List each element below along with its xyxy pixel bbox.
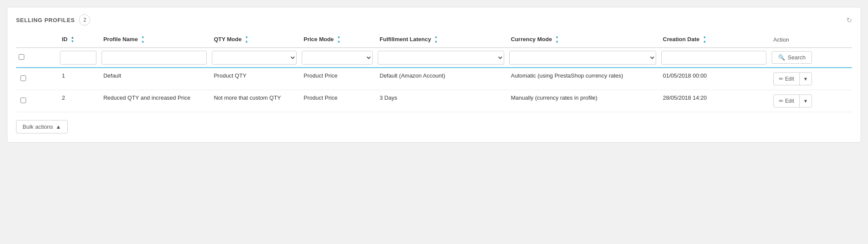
col-id-sort[interactable]: ▲ ▼	[71, 36, 74, 44]
filter-fulfillment-cell	[375, 48, 506, 68]
col-qty-sort[interactable]: ▼ ▲	[245, 36, 248, 44]
sort-up-icon[interactable]: ▲	[555, 40, 559, 44]
select-all-checkbox[interactable]	[19, 54, 24, 60]
row1-price-mode: Product Price	[299, 68, 375, 90]
filter-creation-input[interactable]	[661, 51, 767, 65]
row1-checkbox[interactable]	[20, 75, 26, 81]
row1-id: 1	[57, 68, 99, 90]
row2-qty-mode: Not more that custom QTY	[209, 90, 299, 112]
col-profile-label: Profile Name	[103, 36, 138, 42]
row2-pencil-icon: ✏	[779, 98, 783, 104]
row2-profile-name: Reduced QTY and increased Price	[99, 90, 210, 112]
filter-qty-cell	[209, 48, 299, 68]
col-creation-label: Creation Date	[663, 36, 700, 42]
col-header-currency[interactable]: Currency Mode ▼ ▲	[507, 33, 659, 48]
col-currency-sort[interactable]: ▼ ▲	[555, 36, 559, 44]
panel-title: SELLING PROFILES	[16, 17, 75, 23]
col-creation-sort[interactable]: ▼ ▲	[703, 36, 706, 44]
col-price-label: Price Mode	[304, 36, 333, 42]
row1-qty-mode: Product QTY	[209, 68, 299, 90]
row1-edit-label: Edit	[785, 76, 794, 82]
filter-creation-cell	[659, 48, 769, 68]
row1-checkbox-cell	[16, 68, 57, 90]
col-header-price-mode[interactable]: Price Mode ▼ ▲	[299, 33, 375, 48]
row2-edit-button[interactable]: ✏ Edit	[774, 96, 799, 106]
row1-action-cell: ✏ Edit ▼	[769, 68, 852, 90]
col-action-label: Action	[773, 36, 789, 43]
table-row: 2 Reduced QTY and increased Price Not mo…	[16, 90, 852, 112]
row2-creation-date: 28/05/2018 14:20	[659, 90, 769, 112]
filter-profile-cell	[99, 48, 210, 68]
row2-fulfillment: 3 Days	[375, 90, 506, 112]
bulk-actions-area: Bulk actions ▲	[16, 120, 852, 133]
row2-currency: Manually (currency rates in profile)	[507, 90, 659, 112]
bulk-actions-caret-icon: ▲	[56, 124, 61, 130]
row1-profile-name: Default	[99, 68, 210, 90]
row2-edit-label: Edit	[785, 98, 794, 104]
panel-header: SELLING PROFILES 2 ↻	[16, 14, 852, 26]
row1-edit-group: ✏ Edit ▼	[773, 72, 812, 85]
table-row: 1 Default Product QTY Product Price Defa…	[16, 68, 852, 90]
selling-profiles-table: ID ▲ ▼ Profile Name ▼ ▲	[16, 33, 852, 112]
row1-pencil-icon: ✏	[779, 76, 783, 82]
row2-checkbox-cell	[16, 90, 57, 112]
filter-id-input[interactable]	[60, 51, 96, 65]
sort-up-icon[interactable]: ▲	[703, 40, 706, 44]
col-header-checkbox	[16, 33, 57, 48]
col-fulfillment-label: Fulfillment Latency	[380, 36, 431, 42]
row2-price-mode: Product Price	[299, 90, 375, 112]
filter-row: 🔍 Search	[16, 48, 852, 68]
sort-up-icon[interactable]: ▲	[245, 40, 248, 44]
row2-action-cell: ✏ Edit ▼	[769, 90, 852, 112]
row2-edit-group: ✏ Edit ▼	[773, 94, 812, 107]
col-header-creation-date[interactable]: Creation Date ▼ ▲	[659, 33, 769, 48]
row1-creation-date: 01/05/2018 00:00	[659, 68, 769, 90]
col-header-qty-mode[interactable]: QTY Mode ▼ ▲	[209, 33, 299, 48]
search-icon: 🔍	[778, 54, 785, 61]
search-button[interactable]: 🔍 Search	[772, 51, 812, 64]
col-price-sort[interactable]: ▼ ▲	[337, 36, 340, 44]
page-wrapper: SELLING PROFILES 2 ↻ ID ▲ ▼ Pr	[0, 0, 868, 150]
row1-currency: Automatic (using PrestaShop currency rat…	[507, 68, 659, 90]
row1-edit-button[interactable]: ✏ Edit	[774, 74, 799, 84]
bulk-actions-label: Bulk actions	[23, 124, 53, 130]
sort-down-icon[interactable]: ▼	[71, 40, 74, 44]
col-fulfillment-sort[interactable]: ▼ ▲	[434, 36, 438, 44]
filter-price-cell	[299, 48, 375, 68]
refresh-icon[interactable]: ↻	[846, 16, 852, 24]
filter-qty-select[interactable]	[212, 51, 297, 65]
table-header-row: ID ▲ ▼ Profile Name ▼ ▲	[16, 33, 852, 48]
col-header-action: Action	[769, 33, 852, 48]
row1-edit-dropdown[interactable]: ▼	[800, 74, 812, 84]
filter-price-select[interactable]	[302, 51, 373, 65]
sort-up-icon[interactable]: ▲	[434, 40, 438, 44]
sort-up-icon[interactable]: ▲	[337, 40, 340, 44]
sort-up-icon[interactable]: ▲	[141, 40, 145, 44]
filter-id-cell	[57, 48, 99, 68]
count-badge: 2	[79, 14, 90, 26]
col-id-label: ID	[62, 36, 67, 42]
col-header-fulfillment[interactable]: Fulfillment Latency ▼ ▲	[375, 33, 506, 48]
filter-currency-select[interactable]	[509, 51, 656, 65]
col-profile-sort[interactable]: ▼ ▲	[141, 36, 145, 44]
search-label: Search	[788, 54, 805, 61]
col-header-profile-name[interactable]: Profile Name ▼ ▲	[99, 33, 210, 48]
row2-edit-dropdown[interactable]: ▼	[800, 96, 812, 106]
filter-profile-input[interactable]	[102, 51, 207, 65]
table-body: 1 Default Product QTY Product Price Defa…	[16, 68, 852, 112]
row2-checkbox[interactable]	[20, 98, 26, 103]
panel-title-area: SELLING PROFILES 2	[16, 14, 90, 26]
col-header-id[interactable]: ID ▲ ▼	[57, 33, 99, 48]
col-currency-label: Currency Mode	[511, 36, 552, 42]
row1-fulfillment: Default (Amazon Account)	[375, 68, 506, 90]
bulk-actions-button[interactable]: Bulk actions ▲	[16, 120, 68, 133]
filter-action-cell: 🔍 Search	[769, 48, 852, 68]
filter-checkbox-cell	[16, 48, 57, 68]
selling-profiles-panel: SELLING PROFILES 2 ↻ ID ▲ ▼ Pr	[7, 7, 861, 143]
filter-fulfillment-select[interactable]	[378, 51, 504, 65]
filter-currency-cell	[507, 48, 659, 68]
col-qty-label: QTY Mode	[214, 36, 241, 42]
row2-id: 2	[57, 90, 99, 112]
